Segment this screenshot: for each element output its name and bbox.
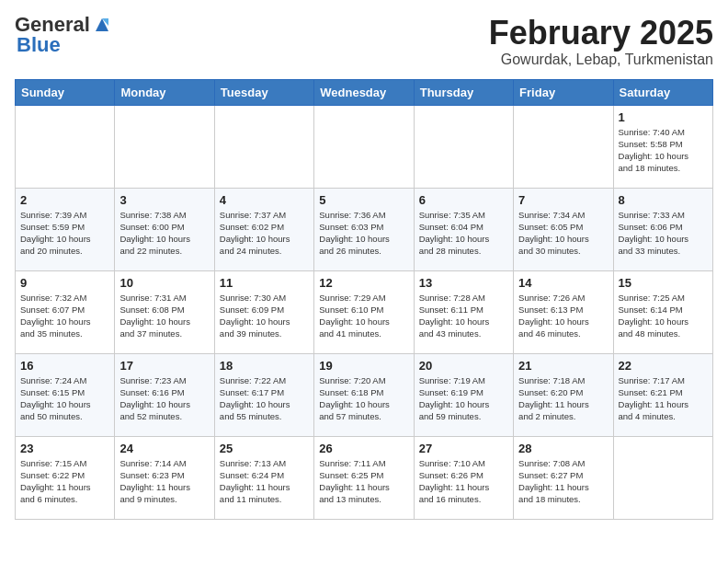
calendar-cell	[514, 105, 613, 188]
calendar-cell	[16, 105, 115, 188]
day-number: 9	[20, 276, 109, 290]
calendar-title: February 2025	[489, 15, 713, 52]
day-number: 5	[319, 193, 408, 207]
day-number: 7	[518, 193, 608, 207]
day-number: 20	[419, 359, 508, 373]
calendar-cell: 27Sunrise: 7:10 AM Sunset: 6:26 PM Dayli…	[414, 436, 513, 519]
day-info: Sunrise: 7:14 AM Sunset: 6:23 PM Dayligh…	[119, 457, 209, 506]
day-info: Sunrise: 7:36 AM Sunset: 6:03 PM Dayligh…	[319, 209, 408, 258]
week-row: 2Sunrise: 7:39 AM Sunset: 5:59 PM Daylig…	[16, 188, 713, 270]
header-day-wednesday: Wednesday	[314, 79, 414, 105]
day-info: Sunrise: 7:15 AM Sunset: 6:22 PM Dayligh…	[20, 457, 109, 506]
day-info: Sunrise: 7:31 AM Sunset: 6:08 PM Dayligh…	[119, 292, 209, 340]
header-row: SundayMondayTuesdayWednesdayThursdayFrid…	[16, 79, 713, 105]
day-number: 18	[220, 359, 309, 373]
calendar-cell: 25Sunrise: 7:13 AM Sunset: 6:24 PM Dayli…	[214, 436, 313, 519]
day-info: Sunrise: 7:29 AM Sunset: 6:10 PM Dayligh…	[319, 292, 408, 340]
day-number: 17	[119, 359, 209, 373]
calendar-subtitle: Gowurdak, Lebap, Turkmenistan	[489, 52, 713, 68]
calendar-cell	[314, 105, 414, 188]
calendar-cell: 26Sunrise: 7:11 AM Sunset: 6:25 PM Dayli…	[314, 436, 414, 519]
day-number: 10	[119, 276, 209, 290]
day-info: Sunrise: 7:22 AM Sunset: 6:17 PM Dayligh…	[220, 374, 309, 423]
calendar-cell: 2Sunrise: 7:39 AM Sunset: 5:59 PM Daylig…	[16, 188, 115, 270]
day-info: Sunrise: 7:24 AM Sunset: 6:15 PM Dayligh…	[20, 374, 109, 423]
calendar-cell: 20Sunrise: 7:19 AM Sunset: 6:19 PM Dayli…	[414, 353, 513, 436]
calendar-cell: 22Sunrise: 7:17 AM Sunset: 6:21 PM Dayli…	[613, 353, 712, 436]
title-area: February 2025 Gowurdak, Lebap, Turkmenis…	[489, 15, 713, 68]
week-row: 9Sunrise: 7:32 AM Sunset: 6:07 PM Daylig…	[16, 270, 713, 353]
day-number: 19	[319, 359, 408, 373]
day-info: Sunrise: 7:30 AM Sunset: 6:09 PM Dayligh…	[220, 292, 309, 340]
day-number: 16	[20, 359, 109, 373]
logo: General Blue	[15, 15, 112, 55]
calendar-cell: 4Sunrise: 7:37 AM Sunset: 6:02 PM Daylig…	[214, 188, 313, 270]
calendar-cell: 1Sunrise: 7:40 AM Sunset: 5:58 PM Daylig…	[613, 105, 712, 188]
header-day-friday: Friday	[514, 79, 613, 105]
day-number: 2	[20, 193, 109, 207]
day-number: 28	[518, 442, 608, 455]
day-info: Sunrise: 7:17 AM Sunset: 6:21 PM Dayligh…	[619, 374, 708, 423]
day-number: 1	[619, 110, 708, 124]
calendar-cell: 8Sunrise: 7:33 AM Sunset: 6:06 PM Daylig…	[613, 188, 712, 270]
day-info: Sunrise: 7:37 AM Sunset: 6:02 PM Dayligh…	[220, 209, 309, 258]
day-info: Sunrise: 7:20 AM Sunset: 6:18 PM Dayligh…	[319, 374, 408, 423]
logo-general-text: General	[15, 15, 90, 35]
header-day-saturday: Saturday	[613, 79, 712, 105]
calendar-cell: 23Sunrise: 7:15 AM Sunset: 6:22 PM Dayli…	[16, 436, 115, 519]
day-info: Sunrise: 7:26 AM Sunset: 6:13 PM Dayligh…	[518, 292, 608, 340]
day-number: 3	[119, 193, 209, 207]
calendar-cell: 9Sunrise: 7:32 AM Sunset: 6:07 PM Daylig…	[16, 270, 115, 353]
calendar-cell: 10Sunrise: 7:31 AM Sunset: 6:08 PM Dayli…	[115, 270, 214, 353]
day-number: 27	[419, 442, 508, 455]
day-number: 21	[518, 359, 608, 373]
day-number: 15	[619, 276, 708, 290]
day-number: 4	[220, 193, 309, 207]
day-info: Sunrise: 7:28 AM Sunset: 6:11 PM Dayligh…	[419, 292, 508, 340]
calendar-cell: 19Sunrise: 7:20 AM Sunset: 6:18 PM Dayli…	[314, 353, 414, 436]
day-info: Sunrise: 7:35 AM Sunset: 6:04 PM Dayligh…	[419, 209, 508, 258]
calendar-cell: 5Sunrise: 7:36 AM Sunset: 6:03 PM Daylig…	[314, 188, 414, 270]
header-day-sunday: Sunday	[16, 79, 115, 105]
day-info: Sunrise: 7:33 AM Sunset: 6:06 PM Dayligh…	[619, 209, 708, 258]
logo-icon	[92, 15, 112, 35]
day-number: 14	[518, 276, 608, 290]
day-info: Sunrise: 7:08 AM Sunset: 6:27 PM Dayligh…	[518, 457, 608, 506]
day-number: 26	[319, 442, 408, 455]
calendar-cell: 15Sunrise: 7:25 AM Sunset: 6:14 PM Dayli…	[613, 270, 712, 353]
day-number: 8	[619, 193, 708, 207]
day-info: Sunrise: 7:39 AM Sunset: 5:59 PM Dayligh…	[20, 209, 109, 258]
calendar-table: SundayMondayTuesdayWednesdayThursdayFrid…	[15, 79, 713, 520]
calendar-cell: 11Sunrise: 7:30 AM Sunset: 6:09 PM Dayli…	[214, 270, 313, 353]
calendar-cell: 3Sunrise: 7:38 AM Sunset: 6:00 PM Daylig…	[115, 188, 214, 270]
calendar-cell	[414, 105, 513, 188]
header-day-monday: Monday	[115, 79, 214, 105]
day-number: 6	[419, 193, 508, 207]
calendar-cell: 18Sunrise: 7:22 AM Sunset: 6:17 PM Dayli…	[214, 353, 313, 436]
calendar-cell: 7Sunrise: 7:34 AM Sunset: 6:05 PM Daylig…	[514, 188, 613, 270]
day-info: Sunrise: 7:11 AM Sunset: 6:25 PM Dayligh…	[319, 457, 408, 506]
day-info: Sunrise: 7:32 AM Sunset: 6:07 PM Dayligh…	[20, 292, 109, 340]
day-info: Sunrise: 7:40 AM Sunset: 5:58 PM Dayligh…	[619, 126, 708, 175]
calendar-cell: 14Sunrise: 7:26 AM Sunset: 6:13 PM Dayli…	[514, 270, 613, 353]
week-row: 1Sunrise: 7:40 AM Sunset: 5:58 PM Daylig…	[16, 105, 713, 188]
calendar-cell: 17Sunrise: 7:23 AM Sunset: 6:16 PM Dayli…	[115, 353, 214, 436]
day-info: Sunrise: 7:25 AM Sunset: 6:14 PM Dayligh…	[619, 292, 708, 340]
week-row: 23Sunrise: 7:15 AM Sunset: 6:22 PM Dayli…	[16, 436, 713, 519]
day-info: Sunrise: 7:10 AM Sunset: 6:26 PM Dayligh…	[419, 457, 508, 506]
day-number: 22	[619, 359, 708, 373]
day-number: 12	[319, 276, 408, 290]
calendar-cell: 24Sunrise: 7:14 AM Sunset: 6:23 PM Dayli…	[115, 436, 214, 519]
day-number: 11	[220, 276, 309, 290]
calendar-header: SundayMondayTuesdayWednesdayThursdayFrid…	[16, 79, 713, 105]
day-info: Sunrise: 7:19 AM Sunset: 6:19 PM Dayligh…	[419, 374, 508, 423]
day-info: Sunrise: 7:38 AM Sunset: 6:00 PM Dayligh…	[119, 209, 209, 258]
calendar-cell: 6Sunrise: 7:35 AM Sunset: 6:04 PM Daylig…	[414, 188, 513, 270]
day-info: Sunrise: 7:23 AM Sunset: 6:16 PM Dayligh…	[119, 374, 209, 423]
day-number: 24	[119, 442, 209, 455]
calendar-cell: 12Sunrise: 7:29 AM Sunset: 6:10 PM Dayli…	[314, 270, 414, 353]
calendar-cell: 21Sunrise: 7:18 AM Sunset: 6:20 PM Dayli…	[514, 353, 613, 436]
day-number: 25	[220, 442, 309, 455]
logo-blue-text: Blue	[17, 35, 61, 55]
page-header: General Blue February 2025 Gowurdak, Leb…	[15, 15, 713, 68]
